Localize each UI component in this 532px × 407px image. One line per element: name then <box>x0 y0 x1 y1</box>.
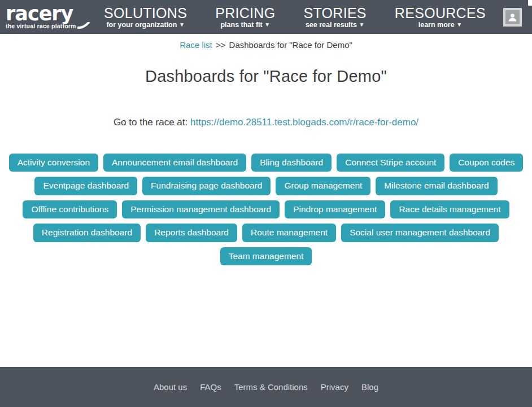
dashboard-button[interactable]: Bling dashboard <box>251 154 332 172</box>
nav-item[interactable]: SOLUTIONS for your organization ▼ <box>104 5 187 29</box>
user-avatar-button[interactable] <box>503 8 522 27</box>
nav-item-sublabel: for your organization <box>106 21 177 29</box>
race-list-link[interactable]: Race list <box>180 40 212 50</box>
chevron-down-icon: ▼ <box>264 21 270 28</box>
dashboard-buttons: Activity conversion Announcement email d… <box>0 154 532 265</box>
dashboard-button-row: Eventpage dashboard Fundraising page das… <box>0 177 532 195</box>
dashboard-button[interactable]: Social user management dashboard <box>341 224 499 242</box>
nav-item-label: RESOURCES <box>395 5 486 21</box>
dashboard-button[interactable]: Permission management dashboard <box>122 200 280 218</box>
breadcrumb-separator: >> <box>216 40 226 50</box>
main-content: Dashboards for "Race for Demo" Go to the… <box>0 50 532 367</box>
dashboard-button[interactable]: Activity conversion <box>9 154 98 172</box>
nav-item-sublabel: see real results <box>306 21 357 29</box>
dashboard-button[interactable]: Coupon codes <box>450 154 523 172</box>
nav-item-sublabel: learn more <box>418 21 455 29</box>
race-url-link[interactable]: https://demo.28511.test.blogads.com/r/ra… <box>190 117 418 128</box>
nav-item-label: PRICING <box>215 5 275 21</box>
dashboard-button-row: Team management <box>0 247 532 265</box>
dashboard-button[interactable]: Connect Stripe account <box>337 154 444 172</box>
racery-logo[interactable]: racery the virtual race platform <box>6 5 90 29</box>
dashboard-button-row: Registration dashboard Reports dashboard… <box>0 224 532 242</box>
chevron-down-icon: ▼ <box>359 21 364 28</box>
dashboard-button[interactable]: Reports dashboard <box>146 224 237 242</box>
dashboard-button-row: Activity conversion Announcement email d… <box>0 154 532 172</box>
main-nav: SOLUTIONS for your organization ▼ PRICIN… <box>104 5 486 29</box>
dashboard-button[interactable]: Fundraising page dashboard <box>142 177 271 195</box>
breadcrumb: Race list >> Dashboards for "Race for De… <box>0 34 532 50</box>
dashboard-button[interactable]: Race details management <box>390 200 509 218</box>
chevron-down-icon: ▼ <box>456 21 462 28</box>
nav-item[interactable]: STORIES see real results ▼ <box>303 5 366 29</box>
footer-link[interactable]: About us <box>154 382 187 392</box>
nav-item[interactable]: PRICING plans that fit ▼ <box>215 5 275 29</box>
footer-links: About us FAQs Terms & Conditions Privacy… <box>154 382 378 392</box>
dashboard-button[interactable]: Group management <box>276 177 370 195</box>
logo-tagline: the virtual race platform <box>6 23 76 29</box>
dashboard-button[interactable]: Offline contributions <box>23 200 117 218</box>
footer-link[interactable]: Terms & Conditions <box>234 382 308 392</box>
race-link-line: Go to the race at: https://demo.28511.te… <box>0 117 532 128</box>
nav-item[interactable]: RESOURCES learn more ▼ <box>395 5 486 29</box>
chevron-down-icon: ▼ <box>179 21 185 28</box>
dashboard-button[interactable]: Milestone email dashboard <box>376 177 497 195</box>
top-nav-bar: racery the virtual race platform SOLUTIO… <box>0 0 532 34</box>
logo-swoosh-icon <box>77 22 90 29</box>
dashboard-button[interactable]: Announcement email dashboard <box>103 154 246 172</box>
nav-item-label: STORIES <box>303 5 366 21</box>
dashboard-button[interactable]: Pindrop management <box>285 200 385 218</box>
dashboard-button[interactable]: Registration dashboard <box>33 224 141 242</box>
user-icon <box>505 10 520 24</box>
footer: About us FAQs Terms & Conditions Privacy… <box>0 367 532 407</box>
dashboard-button[interactable]: Eventpage dashboard <box>34 177 137 195</box>
page-title: Dashboards for "Race for Demo" <box>0 67 532 86</box>
nav-item-label: SOLUTIONS <box>104 5 187 21</box>
logo-wordmark: racery <box>6 5 90 23</box>
footer-link[interactable]: FAQs <box>200 382 221 392</box>
footer-link[interactable]: Blog <box>361 382 378 392</box>
dashboard-button-row: Offline contributions Permission managem… <box>0 200 532 218</box>
nav-item-sublabel: plans that fit <box>220 21 262 29</box>
breadcrumb-current: Dashboards for "Race for Demo" <box>229 40 352 50</box>
footer-link[interactable]: Privacy <box>321 382 348 392</box>
dashboard-button[interactable]: Route management <box>242 224 336 242</box>
scrollbar-notch <box>528 0 532 6</box>
dashboard-button[interactable]: Team management <box>220 247 312 265</box>
race-link-label: Go to the race at: <box>114 117 187 128</box>
